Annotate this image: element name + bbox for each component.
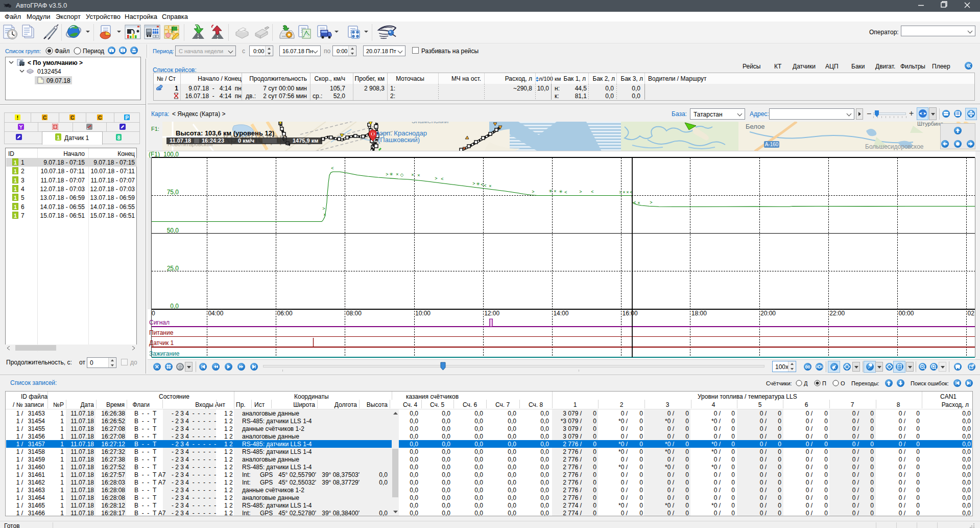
svg-text:>: > xyxy=(619,190,622,195)
svg-text:14:00: 14:00 xyxy=(553,310,568,317)
svg-text:75,0: 75,0 xyxy=(167,189,179,196)
svg-text:1: 1 xyxy=(14,177,17,183)
svg-text:×: × xyxy=(323,212,326,217)
svg-text:1: 1 xyxy=(14,195,17,201)
svg-text:1475,9 км: 1475,9 км xyxy=(293,137,318,144)
svg-text:×: × xyxy=(489,183,491,189)
svg-text:1: 1 xyxy=(14,159,17,166)
svg-text:×: × xyxy=(623,190,625,195)
svg-text:1: 1 xyxy=(14,203,17,210)
svg-text:0 км/ч: 0 км/ч xyxy=(238,137,254,144)
svg-text:А-160: А-160 xyxy=(765,142,779,147)
svg-text:C: C xyxy=(43,115,46,121)
svg-text:✳: ✳ xyxy=(548,189,553,194)
svg-text:Высота: 103,6 км (уровень 12): Высота: 103,6 км (уровень 12) xyxy=(176,129,274,137)
svg-text:18:00: 18:00 xyxy=(691,310,707,317)
svg-text:50,0: 50,0 xyxy=(167,227,179,234)
svg-text:8: 8 xyxy=(117,135,121,141)
svg-text:10:00: 10:00 xyxy=(415,310,431,317)
svg-text:1: 1 xyxy=(57,134,60,141)
svg-text:×: × xyxy=(411,172,414,177)
svg-text:11.07.18: 11.07.18 xyxy=(170,137,191,144)
svg-text:16:00: 16:00 xyxy=(623,310,638,317)
svg-text:×: × xyxy=(626,190,629,195)
svg-text:100,0: 100,0 xyxy=(163,151,179,158)
svg-text:✳: ✳ xyxy=(389,172,393,177)
svg-text:C: C xyxy=(70,115,74,121)
svg-text:<: < xyxy=(484,183,486,188)
svg-text:Зажигание: Зажигание xyxy=(149,350,180,357)
svg-text:×: × xyxy=(637,200,640,205)
svg-text:>: > xyxy=(322,206,325,211)
svg-text:(F1): (F1) xyxy=(149,151,160,158)
svg-text:>: > xyxy=(472,181,475,186)
svg-text:0,0: 0,0 xyxy=(170,303,179,310)
svg-text:16:24:23: 16:24:23 xyxy=(202,137,224,144)
svg-text:>: > xyxy=(435,176,437,181)
svg-text:×: × xyxy=(396,172,398,177)
svg-text:✳: ✳ xyxy=(559,189,563,194)
svg-text:1: 1 xyxy=(14,168,17,174)
svg-text:22:00: 22:00 xyxy=(829,310,845,317)
svg-text:00: 00 xyxy=(805,364,810,370)
svg-text:>: > xyxy=(650,200,652,205)
svg-text:×: × xyxy=(417,173,420,178)
svg-text:06:00: 06:00 xyxy=(277,310,293,317)
svg-text:25,0: 25,0 xyxy=(167,265,179,272)
svg-text:<: < xyxy=(564,190,567,195)
svg-text:1: 1 xyxy=(14,186,17,192)
svg-text:<: < xyxy=(481,182,483,187)
svg-text:!: ! xyxy=(17,115,18,121)
svg-text:08:00: 08:00 xyxy=(346,310,362,317)
svg-text:<: < xyxy=(441,176,443,181)
svg-text:P: P xyxy=(125,115,129,121)
svg-text:0: 0 xyxy=(152,310,155,317)
svg-text:>: > xyxy=(386,172,388,177)
svg-text:Датчик 1: Датчик 1 xyxy=(149,339,174,347)
svg-text:Большесидоровское: Большесидоровское xyxy=(865,143,924,150)
svg-text:20:00: 20:00 xyxy=(760,310,776,317)
svg-text:Знаменский: Знаменский xyxy=(412,122,448,125)
svg-text:Штурбино: Штурбино xyxy=(917,122,943,127)
svg-text:Сигнал: Сигнал xyxy=(149,319,170,326)
svg-text:>: > xyxy=(532,189,534,194)
svg-text:1: 1 xyxy=(14,213,17,219)
svg-text:◇: ◇ xyxy=(400,172,404,177)
svg-text:Питание: Питание xyxy=(149,329,174,336)
svg-text:✳: ✳ xyxy=(476,181,480,187)
svg-text:04:00: 04:00 xyxy=(208,310,223,317)
svg-text:<: < xyxy=(591,189,593,194)
svg-text:Белое: Белое xyxy=(746,123,765,130)
svg-text:(Пашковский): (Пашковский) xyxy=(378,136,420,144)
svg-text:<: < xyxy=(633,200,636,205)
svg-text:00:00: 00:00 xyxy=(898,310,914,317)
svg-text:×: × xyxy=(554,189,556,194)
svg-text:C: C xyxy=(98,115,102,121)
svg-text:<: < xyxy=(331,166,333,171)
svg-text:>: > xyxy=(579,189,582,194)
svg-text:12:00: 12:00 xyxy=(484,310,499,317)
